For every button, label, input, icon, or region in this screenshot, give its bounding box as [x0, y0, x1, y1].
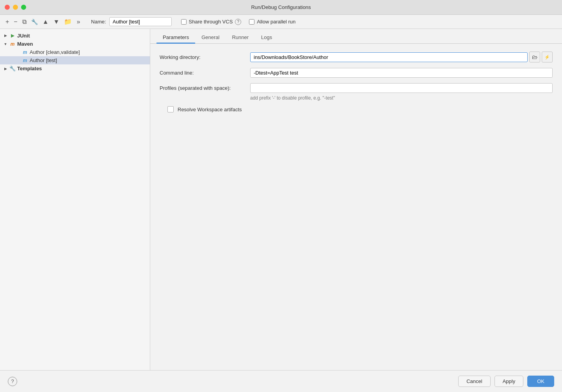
maven-arrow: [3, 42, 8, 46]
maven-label: Maven: [17, 41, 33, 47]
tree-item-junit[interactable]: JUnit: [0, 31, 150, 40]
author-test-arrow: [16, 58, 20, 63]
close-button[interactable]: [5, 5, 10, 10]
share-vcs-label: Share through VCS: [189, 19, 233, 25]
apply-button[interactable]: Apply: [494, 376, 524, 387]
author-test-icon: m: [22, 58, 28, 63]
resolve-workspace-label: Resolve Workspace artifacts: [178, 107, 242, 112]
tree-item-author-clean[interactable]: m Author [clean,validate]: [0, 48, 150, 56]
junit-arrow: [3, 33, 8, 38]
share-vcs-checkbox[interactable]: [181, 19, 187, 25]
share-vcs-help-icon[interactable]: ?: [235, 19, 241, 25]
window-controls: [5, 5, 26, 10]
tabs-bar: Parameters General Runner Logs: [150, 29, 562, 44]
bottom-right: Cancel Apply OK: [458, 376, 554, 387]
ok-button[interactable]: OK: [527, 376, 554, 387]
more-button[interactable]: »: [75, 18, 82, 26]
bottom-bar: ? Cancel Apply OK: [0, 370, 562, 392]
profiles-input[interactable]: [250, 83, 553, 93]
templates-icon: 🔧: [9, 66, 16, 71]
command-line-row: Command line:: [160, 68, 553, 78]
tab-runner[interactable]: Runner: [226, 32, 255, 44]
working-dir-input-group: 🗁 ⚡: [250, 52, 553, 62]
parallel-run-checkbox[interactable]: [249, 19, 254, 25]
junit-label: JUnit: [17, 33, 30, 39]
command-line-input[interactable]: [250, 68, 553, 78]
maven-icon: m: [9, 41, 16, 47]
bottom-left: ?: [8, 377, 17, 386]
config-tree: JUnit m Maven m Author [clean,validate] …: [0, 29, 150, 370]
share-row: Share through VCS ?: [181, 19, 242, 25]
templates-arrow: [3, 66, 8, 71]
tree-item-maven[interactable]: m Maven: [0, 40, 150, 48]
author-clean-label: Author [clean,validate]: [30, 49, 80, 55]
profiles-hint: add prefix '-' to disable profile, e.g. …: [250, 95, 553, 101]
working-dir-input[interactable]: [250, 52, 528, 62]
templates-label: Templates: [17, 66, 42, 71]
tab-logs[interactable]: Logs: [255, 32, 278, 44]
browse-var-button[interactable]: ⚡: [542, 52, 553, 62]
profiles-label: Profiles (separated with space):: [160, 85, 245, 91]
help-button[interactable]: ?: [8, 377, 17, 386]
resolve-workspace-row: Resolve Workspace artifacts: [167, 106, 553, 112]
parallel-run-label: Allow parallel run: [257, 19, 295, 25]
maximize-button[interactable]: [21, 5, 26, 10]
parallel-row: Allow parallel run: [249, 19, 295, 25]
copy-button[interactable]: ⧉: [21, 18, 28, 26]
browse-folder-button[interactable]: 🗁: [529, 52, 540, 62]
tree-item-author-test[interactable]: m Author [test]: [0, 56, 150, 64]
author-clean-icon: m: [22, 50, 28, 55]
name-row: Name:: [91, 17, 171, 26]
down-button[interactable]: ▼: [52, 18, 61, 26]
command-line-label: Command line:: [160, 70, 245, 76]
folder-button[interactable]: 📁: [62, 17, 73, 26]
tab-general[interactable]: General: [195, 32, 226, 44]
name-input[interactable]: [109, 17, 172, 26]
minimize-button[interactable]: [13, 5, 18, 10]
working-dir-row: Working directory: 🗁 ⚡: [160, 52, 553, 62]
dialog: + − ⧉ 🔧 ▲ ▼ 📁 » Name: Share through VCS …: [0, 15, 562, 392]
author-clean-arrow: [16, 50, 20, 55]
author-test-label: Author [test]: [30, 57, 57, 63]
up-button[interactable]: ▲: [41, 18, 50, 26]
profiles-row: Profiles (separated with space):: [160, 83, 553, 93]
tab-parameters[interactable]: Parameters: [157, 32, 195, 44]
content-area: JUnit m Maven m Author [clean,validate] …: [0, 29, 562, 370]
cancel-button[interactable]: Cancel: [458, 376, 490, 387]
working-dir-label: Working directory:: [160, 54, 245, 60]
form-content: Working directory: 🗁 ⚡ Command line: Pro…: [150, 44, 562, 370]
titlebar: Run/Debug Configurations: [0, 0, 562, 15]
name-label: Name:: [91, 19, 106, 25]
tree-item-templates[interactable]: 🔧 Templates: [0, 64, 150, 73]
add-button[interactable]: +: [4, 18, 11, 26]
remove-button[interactable]: −: [12, 18, 19, 26]
right-panel: Parameters General Runner Logs Working d…: [150, 29, 562, 370]
window-title: Run/Debug Configurations: [251, 4, 311, 10]
wrench-button[interactable]: 🔧: [30, 18, 39, 26]
toolbar: + − ⧉ 🔧 ▲ ▼ 📁 » Name: Share through VCS …: [0, 15, 562, 29]
junit-icon: [9, 32, 16, 39]
resolve-workspace-checkbox[interactable]: [167, 106, 174, 112]
